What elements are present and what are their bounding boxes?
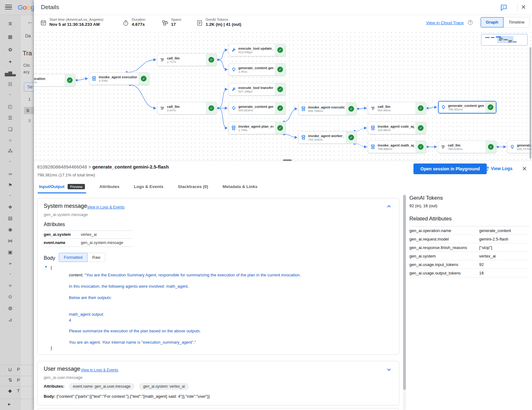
agent-icon xyxy=(89,76,99,81)
tab-attributes[interactable]: Attributes xyxy=(98,181,121,193)
agent-icon xyxy=(368,125,378,130)
open-playground-button[interactable]: Open session in Playground xyxy=(413,163,487,174)
dot-icon[interactable]: • xyxy=(0,159,20,163)
graph-minimap[interactable] xyxy=(481,34,528,46)
related-attribute-row: gen_ai.usage.input_tokens92 xyxy=(409,260,529,269)
expand-triangle-icon[interactable]: ▼ xyxy=(44,265,47,269)
details-header: Details ✕ xyxy=(34,0,532,15)
view-logs-link[interactable]: View Logs xyxy=(484,166,513,171)
expand-chevron-icon[interactable] xyxy=(386,367,391,372)
tokens-heading: GenAI Tokens xyxy=(409,195,529,201)
list-icon[interactable]: ☰ xyxy=(0,115,20,121)
dot-icon[interactable]: • xyxy=(0,193,20,197)
node-duration: 798.381ms xyxy=(448,108,484,111)
graph-node-call-llm-3[interactable]: call_llm954.68ms✓ xyxy=(368,102,426,114)
tab-logs-events[interactable]: Logs & Events xyxy=(133,181,165,193)
formatted-button[interactable]: Formatted xyxy=(59,253,87,262)
raw-button[interactable]: Raw xyxy=(87,253,105,262)
graph-node-execute-tool-transfer[interactable]: execute_tool transfer_to_...527.198µs✓ xyxy=(229,83,286,96)
layers-icon[interactable]: ❖ xyxy=(0,204,20,210)
graph-node-invoke-agent-execution[interactable]: invoke_agent execution_...4.378s✓ xyxy=(89,72,149,85)
trace-id: 8109280884894466048 xyxy=(37,164,87,169)
graph-node-invoke-agent-code[interactable]: invoke_agent code_agent215.88ms✓ xyxy=(368,122,426,134)
graph-node-invocation[interactable]: invocation4.677s✓ xyxy=(34,74,75,86)
graph-node-call-llm-4[interactable]: call_llm788.524ms✓ xyxy=(438,141,496,153)
leaf-icon[interactable]: ✿ xyxy=(0,47,20,53)
node-label: generate_content gemini... xyxy=(238,105,274,108)
graph-node-call-llm-2[interactable]: call_llm2.647s✓ xyxy=(157,102,217,114)
bg-button-fragment: Se xyxy=(24,82,34,91)
infinity-icon[interactable]: ∞ xyxy=(0,171,20,176)
view-in-logs-link[interactable]: View in Logs & Events xyxy=(87,205,125,209)
bar-chart-icon[interactable]: ▅▇▃ xyxy=(0,71,20,76)
node-label: invoke_agent math_agent xyxy=(378,143,414,147)
metric-label: Spans xyxy=(171,18,181,21)
success-check-icon: ✓ xyxy=(346,103,357,115)
graph-node-call-llm-1[interactable]: call_llm1.717s✓ xyxy=(157,53,217,66)
waterfall-icon[interactable]: ≣ xyxy=(0,21,20,26)
tab-metadata-links[interactable]: Metadata & Links xyxy=(221,181,259,193)
graph-node-generate-content-selected[interactable]: generate_content gemini...798.381ms✓ xyxy=(438,101,496,114)
node-label: generate_content gemini... xyxy=(238,66,274,70)
view-in-cloud-trace-link[interactable]: View in Cloud Trace xyxy=(426,20,464,25)
idea-icon[interactable]: ✧ xyxy=(0,283,20,289)
analytics-icon[interactable]: ⊿ xyxy=(0,317,20,323)
collapse-chevron-icon[interactable] xyxy=(386,204,391,209)
network-icon[interactable]: ⁂ xyxy=(0,148,20,154)
attributes-table: gen_ai.systemvertex_aievent.namegen_ai.s… xyxy=(44,230,132,247)
metric-label: Duration xyxy=(132,18,145,21)
tune-icon[interactable]: ☵ xyxy=(0,81,20,87)
sidebar-item-collapse[interactable]: ▸ xyxy=(0,401,34,410)
graph-node-execute-tool-update[interactable]: execute_tool update_exe...613.036µs✓ xyxy=(229,44,286,56)
bg-text-fragment: 1 xyxy=(28,97,30,102)
graph-node-invoke-agent-execution-2[interactable]: invoke_agent execution_...955.788ms✓ xyxy=(298,102,357,115)
frame-icon[interactable]: ▣ xyxy=(0,249,20,255)
detail-content: System message View in Logs & Events gen… xyxy=(34,193,532,410)
table-icon[interactable]: ▤ xyxy=(0,215,20,221)
dashboard-icon[interactable]: ▦ xyxy=(0,34,20,40)
dot-icon[interactable]: • xyxy=(0,92,20,96)
sidebar-item-bucket[interactable]: ⊔P xyxy=(0,367,34,376)
feedback-icon[interactable] xyxy=(500,4,507,11)
tab-stacktraces-0-[interactable]: Stacktraces (0) xyxy=(177,181,209,193)
back-arrow-icon: ← xyxy=(27,18,33,25)
sparkle-icon[interactable]: ✦ xyxy=(0,59,20,65)
graph-node-generate-content-1[interactable]: generate_content gemini...1.451s✓ xyxy=(229,63,286,76)
broadcast-icon[interactable]: ⊙ xyxy=(0,294,20,300)
graph-node-invoke-agent-plan[interactable]: invoke_agent plan_execu...1.749s✓ xyxy=(229,122,286,134)
dot-icon[interactable]: • xyxy=(0,272,20,276)
tab-input-output[interactable]: Input/OutputPreview xyxy=(38,181,86,193)
trace-graph-canvas[interactable]: invocation4.677s✓invoke_agent execution_… xyxy=(34,30,532,161)
graph-node-generate-content-3[interactable]: generate_...625.747ms✓ xyxy=(507,141,532,153)
graph-node-invoke-agent-worker[interactable]: invoke_agent worker_par...793.116ms✓ xyxy=(298,131,357,144)
graph-node-generate-content-2[interactable]: generate_content gemini...533.823ms✓ xyxy=(229,102,286,114)
toggle-timeline[interactable]: Timeline xyxy=(503,17,530,27)
close-span-detail-icon[interactable]: ✕ xyxy=(522,165,527,172)
close-icon[interactable]: ✕ xyxy=(521,3,526,11)
user-body-row: Body: {"content":{"parts":[{"text":"For … xyxy=(44,394,210,399)
doc-search-icon[interactable]: ❏ xyxy=(0,126,20,132)
bot-icon[interactable]: ◍ xyxy=(0,305,20,311)
bookmark-icon[interactable]: ⚑ xyxy=(0,182,20,188)
breadcrumb: 8109280884894466048 > generate_content g… xyxy=(37,164,169,169)
menu-icon[interactable] xyxy=(5,5,12,10)
route-icon[interactable]: ➢ xyxy=(0,261,20,266)
node-duration: 955.788ms xyxy=(308,109,345,113)
graph-node-invoke-agent-math[interactable]: invoke_agent math_agent789.888ms✓ xyxy=(368,141,426,153)
sidebar-item-training[interactable]: ◆T xyxy=(0,388,34,397)
view-in-logs-link[interactable]: View in Logs & Events xyxy=(81,368,118,372)
node-label: invoke_agent plan_execu... xyxy=(238,125,274,128)
search-icon[interactable]: ○ xyxy=(0,137,20,143)
content-scrollbar[interactable] xyxy=(403,195,406,390)
node-duration: 4.378s xyxy=(99,79,137,82)
bg-text-fragment: acy xyxy=(23,69,30,74)
toggle-graph[interactable]: Graph xyxy=(481,17,503,27)
hourglass-icon[interactable]: ⋈ xyxy=(0,238,20,244)
tokens-icon xyxy=(197,20,203,26)
podcast-icon[interactable]: ◉ xyxy=(0,227,20,232)
help-icon[interactable]: ? xyxy=(468,20,473,25)
sidebar-item-swap[interactable]: ⇅P xyxy=(0,377,34,387)
graph-scrollbar[interactable] xyxy=(529,47,531,159)
node-label: execute_tool transfer_to_... xyxy=(238,86,274,90)
robot-icon[interactable]: ◰ xyxy=(0,104,20,109)
